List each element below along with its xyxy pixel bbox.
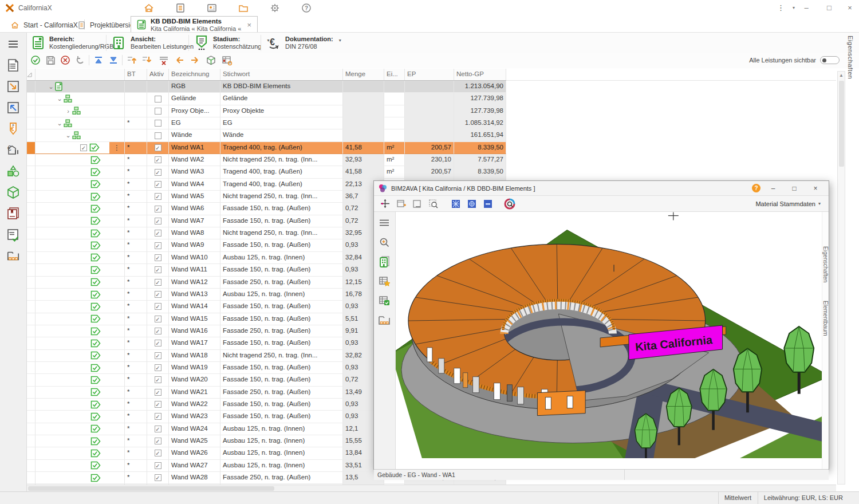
row-marker[interactable] bbox=[27, 374, 36, 386]
window-close-button[interactable]: × bbox=[845, 3, 854, 13]
aktiv-checkbox[interactable]: ✓ bbox=[155, 426, 161, 432]
aktiv-checkbox[interactable]: ✓ bbox=[155, 316, 161, 322]
bim-tab-eigenschaften[interactable]: Eigenschaften bbox=[822, 246, 829, 282]
aktiv-checkbox[interactable]: ✓ bbox=[155, 230, 161, 237]
alle-leistungen-toggle[interactable]: Alle Leistungen sichtbar bbox=[749, 56, 840, 64]
cell-aktiv[interactable] bbox=[147, 81, 169, 93]
overflow-menu-icon[interactable]: ⋮ bbox=[777, 3, 785, 12]
bim-zoom-plus-icon[interactable] bbox=[378, 236, 391, 249]
sidebar-export-icon[interactable] bbox=[6, 101, 20, 115]
window-minimize-button[interactable]: – bbox=[802, 3, 811, 13]
cell-aktiv[interactable]: ✓ bbox=[147, 460, 169, 472]
remove-filter-button[interactable] bbox=[157, 54, 170, 66]
folder-icon[interactable] bbox=[238, 2, 249, 14]
tree-caret-icon[interactable]: ⌄ bbox=[56, 95, 64, 103]
tree-cell[interactable] bbox=[36, 264, 125, 276]
forward-button[interactable] bbox=[188, 54, 201, 66]
overflow-menu-caret-icon[interactable]: ▾ bbox=[793, 5, 795, 10]
aktiv-checkbox[interactable] bbox=[155, 108, 161, 115]
aktiv-checkbox[interactable]: ✓ bbox=[155, 206, 161, 212]
aktiv-checkbox[interactable]: ✓ bbox=[155, 340, 161, 346]
aktiv-checkbox[interactable] bbox=[155, 132, 161, 139]
tree-cell[interactable] bbox=[36, 472, 125, 484]
cell-aktiv[interactable]: ✓ bbox=[147, 337, 169, 349]
stadium-dropdown[interactable]: Stadium: Kostenschätzung ▾ bbox=[194, 34, 269, 52]
aktiv-checkbox[interactable] bbox=[155, 96, 161, 103]
aktiv-checkbox[interactable]: ✓ bbox=[155, 438, 161, 444]
cell-aktiv[interactable]: ✓ bbox=[147, 239, 169, 251]
level-down-button[interactable] bbox=[140, 54, 153, 66]
bim-tab-elementbaum[interactable]: Elementbaum bbox=[822, 301, 829, 336]
cell-aktiv[interactable] bbox=[147, 105, 169, 117]
tree-cell[interactable] bbox=[36, 460, 125, 472]
level-up-button[interactable] bbox=[125, 54, 138, 66]
row-marker[interactable] bbox=[27, 325, 36, 337]
back-button[interactable] bbox=[174, 54, 186, 66]
row-marker[interactable] bbox=[27, 301, 36, 313]
tree-cell[interactable]: ⌄ bbox=[36, 93, 125, 105]
bim-hide-icon[interactable] bbox=[482, 198, 494, 210]
tree-cell[interactable]: ⌄ bbox=[36, 81, 125, 93]
table-config-button[interactable] bbox=[220, 54, 233, 66]
tree-cell[interactable] bbox=[36, 435, 125, 447]
aktiv-checkbox[interactable]: ✓ bbox=[155, 462, 161, 469]
collapse-all-button[interactable] bbox=[92, 54, 105, 66]
tree-caret-icon[interactable]: ⌄ bbox=[56, 120, 64, 127]
help-icon[interactable]: ? bbox=[301, 2, 312, 14]
project-doc-icon[interactable] bbox=[175, 2, 186, 14]
tab-kb-dbd-bim-elements[interactable]: KB DBD-BIM Elements Kita California « Ki… bbox=[131, 16, 258, 33]
tree-cell[interactable] bbox=[36, 423, 125, 435]
cell-aktiv[interactable]: ✓ bbox=[147, 411, 169, 423]
aktiv-checkbox[interactable] bbox=[155, 120, 161, 127]
vscroll-thumb[interactable] bbox=[839, 81, 844, 167]
row-marker[interactable] bbox=[27, 166, 36, 178]
bim-elements-folder-icon[interactable] bbox=[378, 314, 391, 326]
row-marker[interactable] bbox=[27, 423, 36, 435]
row-marker[interactable] bbox=[27, 350, 36, 362]
row-marker[interactable] bbox=[27, 399, 36, 411]
bim-menu-icon[interactable] bbox=[378, 216, 391, 229]
cell-aktiv[interactable]: ✓ bbox=[147, 387, 169, 399]
cell-aktiv[interactable]: ✓ bbox=[147, 447, 169, 459]
cell-aktiv[interactable]: ✓ bbox=[147, 289, 169, 301]
row-marker[interactable] bbox=[27, 460, 36, 472]
cell-aktiv[interactable] bbox=[147, 93, 169, 105]
bim-building-view-icon[interactable] bbox=[378, 255, 391, 268]
row-marker[interactable] bbox=[27, 239, 36, 251]
bim-3d-viewport[interactable]: Kita California bbox=[396, 212, 822, 458]
expand-all-button[interactable] bbox=[107, 54, 120, 66]
bim2ava-window[interactable]: BIM2AVA [ Kita California / KB DBD-BIM E… bbox=[373, 180, 829, 470]
header-bezeichnung[interactable]: Bezeichnung bbox=[169, 69, 220, 80]
row-marker[interactable] bbox=[27, 362, 36, 374]
horizontal-scrollbar[interactable] bbox=[27, 485, 836, 491]
sidebar-price-tag-icon[interactable]: € bbox=[6, 122, 20, 136]
row-marker[interactable] bbox=[27, 191, 36, 203]
table-row[interactable]: *✓Wand WA2Nicht tragend 250, n. trag. (I… bbox=[27, 154, 506, 166]
aktiv-checkbox[interactable]: ✓ bbox=[155, 218, 161, 225]
header-ep[interactable]: EP bbox=[405, 69, 454, 80]
bim-close-button[interactable]: × bbox=[807, 184, 824, 192]
row-marker[interactable] bbox=[27, 411, 36, 423]
bim-minimize-button[interactable]: – bbox=[765, 184, 782, 192]
tree-cell[interactable] bbox=[36, 374, 125, 386]
bim-add-view-icon[interactable] bbox=[395, 198, 407, 210]
undo-button[interactable] bbox=[74, 54, 86, 66]
cancel-button[interactable] bbox=[59, 54, 72, 66]
row-marker[interactable] bbox=[27, 215, 36, 227]
window-maximize-button[interactable]: □ bbox=[825, 3, 834, 13]
row-marker[interactable] bbox=[27, 142, 36, 154]
tree-caret-icon[interactable]: › bbox=[64, 108, 72, 115]
tree-cell[interactable] bbox=[36, 215, 125, 227]
table-row[interactable]: ⌄GeländeGelände127.739,98 bbox=[27, 93, 506, 105]
tree-cell[interactable] bbox=[36, 313, 125, 325]
cell-aktiv[interactable]: ✓ bbox=[147, 435, 169, 447]
tree-cell[interactable] bbox=[36, 191, 125, 203]
tree-cell[interactable] bbox=[36, 387, 125, 399]
row-marker[interactable] bbox=[27, 129, 36, 141]
row-marker[interactable] bbox=[27, 93, 36, 105]
cell-aktiv[interactable]: ✓ bbox=[147, 191, 169, 203]
table-row[interactable]: ⌄WändeWände161.651,94 bbox=[27, 129, 506, 141]
aktiv-checkbox[interactable]: ✓ bbox=[155, 266, 161, 273]
cell-aktiv[interactable]: ✓ bbox=[147, 350, 169, 362]
aktiv-checkbox[interactable]: ✓ bbox=[155, 303, 161, 310]
